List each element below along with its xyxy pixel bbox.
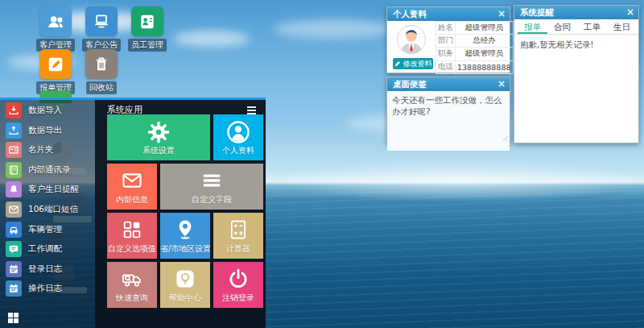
profile-window-titlebar: 个人资料 × xyxy=(387,7,510,21)
mail-icon xyxy=(6,201,22,218)
export-icon xyxy=(6,122,22,139)
reminder-window: 系统提醒 × 报单 合同 工单 生日 抱歉,暂无相关记录! xyxy=(514,5,639,143)
profile-table: 姓名超级管理员 部门总经办 职务超级管理员 电话13888888888 xyxy=(436,21,514,74)
trash-icon xyxy=(85,49,118,79)
chat-icon xyxy=(6,241,22,257)
sidebar-item-data-export[interactable]: 数据导出 xyxy=(6,122,79,139)
system-apps-panel: 系统应用 系统设置 个人资料 内部信息 自定义字段 自定义选项值 xyxy=(95,98,266,328)
sidebar-item-operation-log[interactable]: 操作日志 xyxy=(6,280,79,297)
sidebar-item-customer-birthday[interactable]: 客户生日提醒 xyxy=(6,181,79,197)
tab-work-orders[interactable]: 工单 xyxy=(577,19,607,34)
sidebar: 数据导入 数据导出 名片夹 内部通讯录 客户生日提醒 106端口短信 车辆管理 xyxy=(6,102,79,297)
cloud xyxy=(274,19,394,39)
profile-window-body: 修改资料 姓名超级管理员 部门总经办 职务超级管理员 电话13888888888 xyxy=(387,21,510,73)
edit-icon xyxy=(39,49,72,79)
car-icon xyxy=(6,222,22,238)
bell-icon xyxy=(6,181,22,197)
sidebar-item-vehicle-management[interactable]: 车辆管理 xyxy=(6,222,79,238)
close-icon[interactable]: × xyxy=(626,6,634,19)
card-icon xyxy=(6,142,22,158)
import-icon xyxy=(6,102,22,118)
tile-help-center[interactable]: 帮助中心 xyxy=(160,262,210,308)
desktop-icon-order-management[interactable]: 报单管理 xyxy=(33,49,78,94)
announcement-icon xyxy=(85,6,118,36)
calendar-icon xyxy=(6,261,22,277)
close-icon[interactable]: × xyxy=(497,7,506,21)
sidebar-item-login-log[interactable]: 登录日志 xyxy=(6,261,79,277)
calendar-icon xyxy=(6,280,22,297)
table-row: 职务超级管理员 xyxy=(436,48,514,60)
table-row: 电话13888888888 xyxy=(436,60,514,73)
windows-start-icon[interactable] xyxy=(8,313,19,323)
desktop-icon-recycle-bin[interactable]: 回收站 xyxy=(79,49,124,94)
tile-personal-profile[interactable]: 个人资料 xyxy=(213,114,263,160)
window-title: 桌面便签 xyxy=(393,79,427,89)
tile-region-settings[interactable]: 省/市地区设置 xyxy=(160,213,210,259)
avatar xyxy=(396,24,427,58)
tile-grid: 系统设置 个人资料 内部信息 自定义字段 自定义选项值 省/市地区设置 xyxy=(107,114,263,308)
note-window: 桌面便签 × 今天还有一些工作没做，怎么办才好呢? xyxy=(386,77,510,143)
tile-quick-search[interactable]: 快速查询 xyxy=(107,262,157,308)
sidebar-item-card-holder[interactable]: 名片夹 xyxy=(6,142,79,158)
users-icon xyxy=(39,6,72,36)
reminder-tabs: 报单 合同 工单 生日 xyxy=(514,19,638,35)
contacts-book-icon xyxy=(6,162,22,178)
desktop-icon-label: 回收站 xyxy=(86,81,117,94)
table-row: 姓名超级管理员 xyxy=(436,22,514,35)
note-window-titlebar: 桌面便签 × xyxy=(387,77,510,91)
tile-custom-options[interactable]: 自定义选项值 xyxy=(107,213,157,259)
window-title: 个人资料 xyxy=(393,9,427,19)
edit-profile-button[interactable]: 修改资料 xyxy=(393,58,433,69)
desktop: 客户管理 客户公告 员工管理 报单管理 回收站 ♥ xyxy=(0,0,644,328)
profile-window: 个人资料 × 修改资料 姓名超级管理员 部门总经办 职务超级管理员 电话1388… xyxy=(386,6,510,73)
reminder-window-titlebar: 系统提醒 × xyxy=(514,6,638,19)
sidebar-item-work-dispatch[interactable]: 工作调配 xyxy=(6,241,79,257)
table-row: 部门总经办 xyxy=(436,35,514,48)
tab-contracts[interactable]: 合同 xyxy=(547,19,577,34)
note-content[interactable]: 今天还有一些工作没做，怎么办才好呢? xyxy=(387,91,510,151)
tab-birthdays[interactable]: 生日 xyxy=(607,19,637,34)
tile-calculator[interactable]: 计算器 xyxy=(213,213,263,259)
sidebar-item-data-import[interactable]: 数据导入 xyxy=(6,102,79,118)
tile-logout[interactable]: 注销登录 xyxy=(213,262,263,308)
desktop-icon-customer-announcement[interactable]: 客户公告 xyxy=(79,6,124,52)
tab-orders[interactable]: 报单 xyxy=(518,19,547,34)
sidebar-item-sms-port[interactable]: 106端口短信 xyxy=(6,201,79,218)
close-icon[interactable]: × xyxy=(497,77,506,91)
tile-custom-fields[interactable]: 自定义字段 xyxy=(160,164,263,210)
reminder-empty-text: 抱歉,暂无相关记录! xyxy=(514,35,638,56)
employee-card-icon xyxy=(131,6,163,36)
desktop-icon-employee-management[interactable]: 员工管理 xyxy=(125,6,170,52)
desktop-icon-customer-management[interactable]: 客户管理 xyxy=(33,6,78,52)
window-title: 系统提醒 xyxy=(520,7,554,17)
tile-internal-messages[interactable]: 内部信息 xyxy=(107,164,157,210)
tile-system-settings[interactable]: 系统设置 xyxy=(107,114,210,160)
sidebar-item-internal-contacts[interactable]: 内部通讯录 xyxy=(6,162,79,178)
pencil-icon xyxy=(394,60,401,67)
cloud xyxy=(173,31,250,47)
desktop-icon-label: 员工管理 xyxy=(128,39,167,52)
